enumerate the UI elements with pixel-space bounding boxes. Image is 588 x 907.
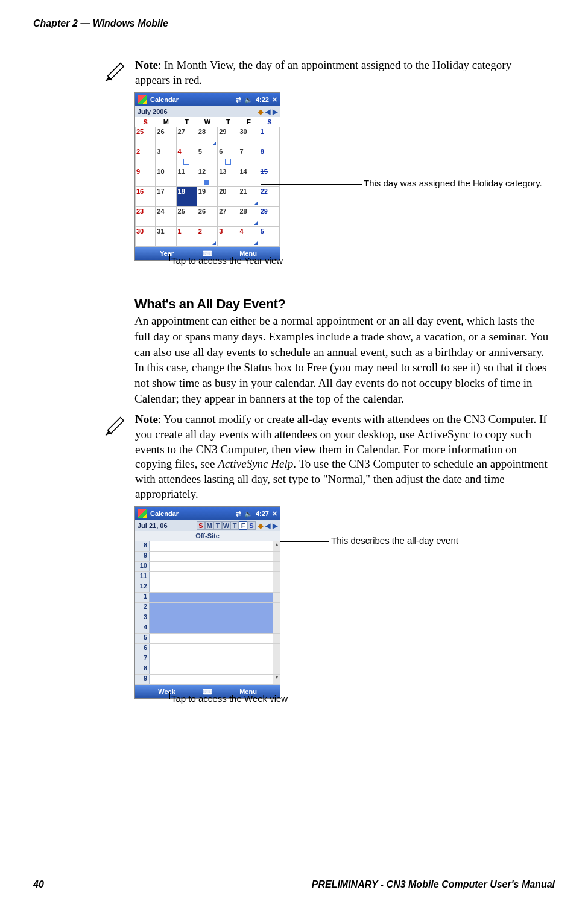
hour-slot[interactable] bbox=[150, 562, 273, 571]
hour-slot[interactable] bbox=[150, 552, 273, 561]
scrollbar-track[interactable] bbox=[273, 613, 280, 623]
date-label[interactable]: Jul 21, 06 bbox=[138, 522, 168, 529]
scrollbar-track[interactable] bbox=[273, 634, 280, 643]
calendar-cell[interactable]: 20 bbox=[218, 187, 238, 207]
dow-mini-cell[interactable]: T bbox=[230, 521, 239, 530]
calendar-cell[interactable]: 21 bbox=[238, 187, 259, 207]
dow-mini-cell[interactable]: T bbox=[213, 521, 222, 530]
scrollbar-track[interactable] bbox=[273, 644, 280, 654]
scrollbar-track[interactable] bbox=[273, 572, 280, 582]
calendar-cell[interactable]: 1 bbox=[177, 227, 197, 247]
calendar-cell[interactable]: 30 bbox=[238, 127, 259, 147]
next-day-button[interactable]: ▶ bbox=[273, 522, 277, 530]
calendar-cell[interactable]: 27 bbox=[177, 127, 197, 147]
hour-row[interactable]: 6 bbox=[135, 644, 280, 654]
volume-icon[interactable]: 🔈 bbox=[244, 96, 253, 104]
hour-row[interactable]: 7 bbox=[135, 654, 280, 664]
start-flag-icon[interactable] bbox=[138, 509, 147, 518]
calendar-cell[interactable]: 16 bbox=[135, 187, 156, 207]
dow-mini-cell[interactable]: S bbox=[247, 521, 256, 530]
start-flag-icon[interactable] bbox=[138, 95, 147, 104]
hour-row[interactable]: 1 bbox=[135, 593, 280, 603]
hour-slot[interactable] bbox=[150, 623, 273, 633]
hour-row[interactable]: 10 bbox=[135, 562, 280, 572]
calendar-cell[interactable]: 22 bbox=[259, 187, 280, 207]
hour-grid[interactable]: 8▴9101112123456789▾ bbox=[135, 541, 280, 685]
calendar-glyph-icon[interactable]: ◆ bbox=[258, 108, 263, 116]
calendar-glyph-icon[interactable]: ◆ bbox=[258, 522, 263, 530]
calendar-cell[interactable]: 30 bbox=[135, 227, 156, 247]
hour-slot[interactable] bbox=[150, 541, 273, 551]
calendar-cell[interactable]: 17 bbox=[156, 187, 176, 207]
hour-row[interactable]: 9 bbox=[135, 552, 280, 562]
calendar-cell[interactable]: 2 bbox=[197, 227, 218, 247]
prev-day-button[interactable]: ◀ bbox=[265, 522, 270, 530]
hour-row[interactable]: 9▾ bbox=[135, 675, 280, 685]
hour-slot[interactable] bbox=[150, 644, 273, 654]
scrollbar-track[interactable] bbox=[273, 654, 280, 664]
dow-mini-cell[interactable]: W bbox=[222, 521, 230, 530]
connectivity-icon[interactable]: ⇄ bbox=[236, 510, 241, 518]
dow-mini-cell[interactable]: M bbox=[205, 521, 213, 530]
scrollbar-track[interactable] bbox=[273, 562, 280, 571]
hour-row[interactable]: 12 bbox=[135, 582, 280, 593]
calendar-cell[interactable]: 4 bbox=[238, 227, 259, 247]
calendar-cell[interactable]: 6 bbox=[218, 147, 238, 167]
connectivity-icon[interactable]: ⇄ bbox=[236, 96, 241, 104]
calendar-cell[interactable]: 14 bbox=[238, 167, 259, 187]
volume-icon[interactable]: 🔈 bbox=[244, 510, 253, 518]
calendar-cell[interactable]: 25 bbox=[177, 207, 197, 227]
scrollbar-track[interactable] bbox=[273, 664, 280, 674]
hour-slot[interactable] bbox=[150, 593, 273, 602]
calendar-cell[interactable]: 25 bbox=[135, 127, 156, 147]
month-label[interactable]: July 2006 bbox=[138, 108, 168, 115]
scrollbar-track[interactable]: ▾ bbox=[273, 675, 280, 684]
calendar-cell[interactable]: 10 bbox=[156, 167, 176, 187]
scrollbar-track[interactable] bbox=[273, 552, 280, 561]
hour-slot[interactable] bbox=[150, 613, 273, 623]
hour-row[interactable]: 11 bbox=[135, 572, 280, 582]
scrollbar-track[interactable] bbox=[273, 623, 280, 633]
calendar-cell[interactable]: 5 bbox=[259, 227, 280, 247]
calendar-cell[interactable]: 3 bbox=[218, 227, 238, 247]
hour-row[interactable]: 4 bbox=[135, 623, 280, 634]
hour-slot[interactable] bbox=[150, 582, 273, 592]
scrollbar-track[interactable] bbox=[273, 593, 280, 602]
calendar-cell[interactable]: 13 bbox=[218, 167, 238, 187]
close-icon[interactable]: ✕ bbox=[272, 96, 277, 104]
scrollbar-track[interactable] bbox=[273, 582, 280, 592]
next-month-button[interactable]: ▶ bbox=[273, 108, 277, 116]
calendar-cell[interactable]: 29 bbox=[218, 127, 238, 147]
hour-row[interactable]: 2 bbox=[135, 603, 280, 613]
calendar-cell[interactable]: 26 bbox=[197, 207, 218, 227]
hour-slot[interactable] bbox=[150, 634, 273, 643]
calendar-cell[interactable]: 28 bbox=[197, 127, 218, 147]
calendar-cell[interactable]: 5 bbox=[197, 147, 218, 167]
calendar-cell[interactable]: 24 bbox=[156, 207, 176, 227]
calendar-cell[interactable]: 18 bbox=[177, 187, 197, 207]
calendar-cell[interactable]: 27 bbox=[218, 207, 238, 227]
calendar-cell[interactable]: 23 bbox=[135, 207, 156, 227]
hour-slot[interactable] bbox=[150, 654, 273, 664]
dow-mini-cell[interactable]: F bbox=[239, 521, 247, 530]
hour-row[interactable]: 8 bbox=[135, 664, 280, 675]
hour-row[interactable]: 5 bbox=[135, 634, 280, 644]
calendar-cell[interactable]: 29 bbox=[259, 207, 280, 227]
hour-slot[interactable] bbox=[150, 664, 273, 674]
calendar-cell[interactable]: 9 bbox=[135, 167, 156, 187]
calendar-cell[interactable]: 31 bbox=[156, 227, 176, 247]
calendar-cell[interactable]: 8 bbox=[259, 147, 280, 167]
calendar-cell[interactable]: 26 bbox=[156, 127, 176, 147]
scrollbar-track[interactable]: ▴ bbox=[273, 541, 280, 551]
calendar-cell[interactable]: 4 bbox=[177, 147, 197, 167]
calendar-cell[interactable]: 1 bbox=[259, 127, 280, 147]
calendar-cell[interactable]: 7 bbox=[238, 147, 259, 167]
prev-month-button[interactable]: ◀ bbox=[265, 108, 270, 116]
calendar-cell[interactable]: 28 bbox=[238, 207, 259, 227]
calendar-cell[interactable]: 3 bbox=[156, 147, 176, 167]
allday-banner[interactable]: Off-Site bbox=[135, 531, 280, 541]
hour-slot[interactable] bbox=[150, 572, 273, 582]
calendar-cell[interactable]: 12 bbox=[197, 167, 218, 187]
dow-mini-picker[interactable]: SMTWTFS bbox=[197, 521, 256, 530]
dow-mini-cell[interactable]: S bbox=[197, 521, 205, 530]
